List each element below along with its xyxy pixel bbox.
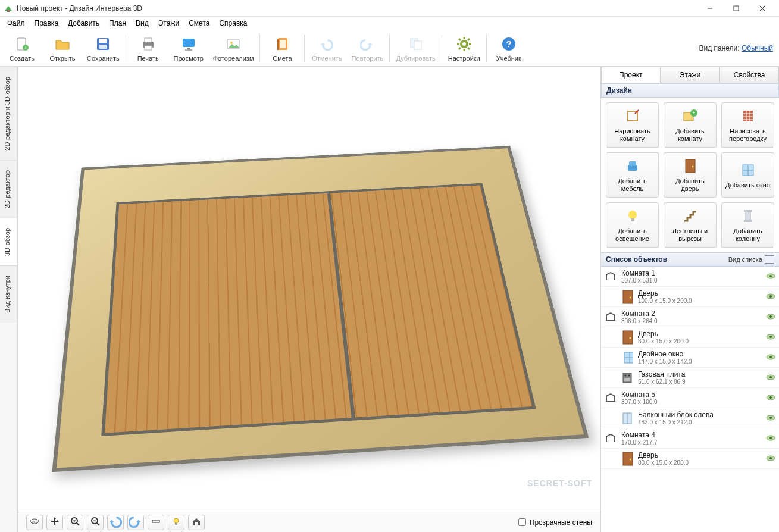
svg-rect-95	[624, 378, 630, 381]
visibility-toggle[interactable]	[766, 334, 775, 341]
visibility-toggle[interactable]	[766, 455, 775, 462]
svg-point-84	[630, 337, 631, 339]
visibility-toggle[interactable]	[766, 354, 775, 361]
transparent-walls-input[interactable]	[518, 518, 526, 526]
save-icon	[93, 35, 112, 54]
pan-button[interactable]	[46, 515, 63, 530]
svg-point-26	[462, 42, 466, 46]
menu-item-3[interactable]: План	[104, 18, 131, 29]
stove-icon	[621, 372, 633, 384]
tool-label: Фотореализм	[213, 55, 254, 62]
menu-item-6[interactable]: Смета	[184, 18, 214, 29]
sidepanel-tab-0[interactable]: Проект	[601, 67, 661, 83]
tool-label: Создать	[10, 55, 35, 62]
settings-button[interactable]: Настройки	[448, 35, 480, 62]
object-name: Дверь	[638, 330, 761, 338]
object-name: Дверь	[638, 289, 761, 298]
room-icon	[605, 433, 617, 445]
object-row[interactable]: Комната 2306.0 x 264.0	[601, 307, 779, 327]
preview-button[interactable]: Просмотр	[173, 35, 205, 62]
tool-label: Печать	[137, 55, 159, 62]
menu-item-1[interactable]: Правка	[30, 18, 64, 29]
object-row[interactable]: Комната 1307.0 x 531.0	[601, 267, 779, 287]
home-button[interactable]	[188, 515, 205, 530]
visibility-toggle[interactable]	[766, 395, 775, 402]
sidepanel-tab-1[interactable]: Этажи	[661, 67, 720, 83]
door-icon	[621, 291, 633, 303]
svg-text:+: +	[692, 110, 695, 116]
maximize-button[interactable]	[723, 0, 749, 17]
svg-rect-15	[183, 39, 195, 47]
duplicate-icon	[406, 35, 426, 54]
menu-item-0[interactable]: Файл	[2, 18, 30, 29]
design-button-4[interactable]: Добавить дверь	[664, 152, 717, 198]
design-button-6[interactable]: Добавить освещение	[606, 202, 659, 248]
design-button-8[interactable]: Добавить колонну	[721, 202, 774, 248]
orbit-360-button[interactable]: 360	[26, 515, 43, 530]
design-button-2[interactable]: Нарисовать перегородку	[721, 102, 774, 148]
menu-item-4[interactable]: Вид	[131, 18, 154, 29]
visibility-toggle[interactable]	[766, 293, 775, 301]
tutorial-button[interactable]: ?Учебник	[493, 35, 525, 62]
menu-item-5[interactable]: Этажи	[154, 18, 184, 29]
undo-button: Отменить	[311, 35, 343, 62]
design-button-3[interactable]: Добавить мебель	[606, 152, 659, 198]
svg-rect-14	[145, 46, 152, 50]
svg-rect-69	[744, 210, 752, 212]
print-button[interactable]: Печать	[132, 35, 164, 62]
transparent-walls-checkbox[interactable]: Прозрачные стены	[518, 518, 592, 527]
tool-label: Настройки	[448, 55, 480, 62]
view-tab-3[interactable]: Вид изнутри	[0, 265, 17, 323]
minimize-button[interactable]	[697, 0, 723, 17]
view-tab-2[interactable]: 3D-обзор	[0, 218, 17, 265]
dim-button[interactable]	[148, 515, 164, 530]
view-tab-0[interactable]: 2D-редактор и 3D-обзор	[0, 67, 17, 160]
zoom-out-icon	[90, 517, 100, 528]
zoom-in-icon	[70, 517, 80, 528]
open-button[interactable]: Открыть	[46, 35, 79, 62]
object-name: Дверь	[638, 451, 761, 459]
close-button[interactable]	[749, 0, 775, 17]
visibility-toggle[interactable]	[766, 415, 775, 422]
visibility-toggle[interactable]	[766, 273, 775, 280]
object-child-row[interactable]: Дверь80.0 x 15.0 x 200.0	[601, 449, 779, 469]
side-panel: ПроектЭтажиСвойства Дизайн Нарисовать ко…	[600, 67, 779, 532]
object-child-row[interactable]: Балконный блок слева183.0 x 15.0 x 212.0	[601, 408, 779, 428]
object-child-row[interactable]: Двойное окно147.0 x 15.0 x 142.0	[601, 348, 779, 368]
redo-button[interactable]	[127, 515, 144, 530]
photo-icon	[224, 35, 243, 54]
viewport-3d[interactable]: SECRET-SOFT	[18, 67, 600, 512]
zoom-out-button[interactable]	[87, 515, 104, 530]
view-tab-1[interactable]: 2D-редактор	[0, 160, 17, 218]
svg-point-62	[692, 166, 693, 168]
object-child-row[interactable]: Дверь100.0 x 15.0 x 200.0	[601, 287, 779, 307]
object-child-row[interactable]: Газовая плита51.0 x 62.1 x 86.9	[601, 368, 779, 388]
visibility-toggle[interactable]	[766, 374, 775, 381]
photoreal-button[interactable]: Фотореализм	[213, 35, 254, 62]
bulb-button[interactable]	[168, 515, 184, 530]
svg-rect-83	[623, 331, 633, 344]
visibility-toggle[interactable]	[766, 314, 775, 321]
menu-item-2[interactable]: Добавить	[63, 18, 104, 29]
object-row[interactable]: Комната 5307.0 x 100.0	[601, 388, 779, 408]
design-button-1[interactable]: +Добавить комнату	[664, 102, 717, 148]
estimate-button[interactable]: Смета	[266, 35, 298, 62]
sidepanel-tab-2[interactable]: Свойства	[719, 67, 779, 83]
objects-view-mode[interactable]: Вид списка	[728, 255, 774, 264]
design-button-5[interactable]: Добавить окно	[721, 152, 774, 198]
create-button[interactable]: +Создать	[6, 35, 38, 62]
panel-view-link[interactable]: Обычный	[742, 44, 773, 52]
menu-item-7[interactable]: Справка	[214, 18, 252, 29]
zoom-in-button[interactable]	[67, 515, 83, 530]
object-child-row[interactable]: Дверь80.0 x 15.0 x 200.0	[601, 327, 779, 348]
design-button-7[interactable]: Лестницы и вырезы	[664, 202, 717, 248]
orbit-360-icon: 360	[29, 517, 40, 528]
undo-button[interactable]	[107, 515, 124, 530]
save-button[interactable]: Сохранить	[87, 35, 120, 62]
visibility-toggle[interactable]	[766, 435, 775, 442]
object-row[interactable]: Комната 4170.0 x 217.7	[601, 428, 779, 449]
furniture-icon	[624, 157, 642, 175]
svg-rect-17	[185, 49, 192, 51]
design-button-0[interactable]: Нарисовать комнату	[606, 102, 659, 148]
stairs-icon	[681, 207, 699, 225]
